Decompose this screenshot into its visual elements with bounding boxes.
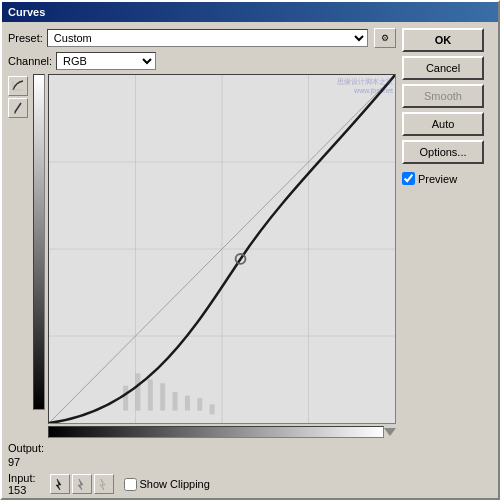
- preview-checkbox[interactable]: [402, 172, 415, 185]
- preset-row: Preset: Custom Default Strong Contrast M…: [8, 28, 396, 48]
- gray-point-eyedropper[interactable]: [72, 474, 92, 494]
- svg-line-2: [15, 103, 21, 112]
- white-point-eyedropper[interactable]: [94, 474, 114, 494]
- input-value: 153: [8, 484, 36, 496]
- pconline-watermark: PC online教程网: [402, 477, 492, 500]
- output-label: Output:: [8, 442, 44, 454]
- svg-rect-19: [197, 398, 202, 410]
- gradient-triangle: [384, 428, 396, 436]
- svg-rect-13: [123, 386, 128, 411]
- title-bar: Curves: [2, 2, 498, 22]
- ok-button[interactable]: OK: [402, 28, 484, 52]
- svg-rect-17: [173, 392, 178, 411]
- options-button[interactable]: Options...: [402, 140, 484, 164]
- settings-button[interactable]: ⚙: [374, 28, 396, 48]
- auto-button[interactable]: Auto: [402, 112, 484, 136]
- show-clipping-row: Show Clipping: [124, 478, 210, 491]
- channel-label: Channel:: [8, 55, 52, 67]
- cancel-button[interactable]: Cancel: [402, 56, 484, 80]
- input-label: Input:: [8, 472, 36, 484]
- show-clipping-checkbox[interactable]: [124, 478, 137, 491]
- curve-tool-button[interactable]: [8, 76, 28, 96]
- curves-dialog: Curves Preset: Custom Default Strong Con…: [0, 0, 500, 500]
- preview-row: Preview: [402, 172, 492, 185]
- svg-marker-3: [14, 112, 16, 114]
- curve-graph[interactable]: 思缘设计脚本之家www.jbsl.net: [48, 74, 396, 424]
- black-point-eyedropper[interactable]: [50, 474, 70, 494]
- input-area: Input: 153: [8, 472, 36, 496]
- channel-row: Channel: RGB Red Green Blue: [8, 52, 396, 70]
- preview-label: Preview: [418, 173, 457, 185]
- output-value: 97: [8, 456, 44, 468]
- svg-rect-15: [148, 380, 153, 411]
- smooth-button[interactable]: Smooth: [402, 84, 484, 108]
- vertical-gradient: [33, 74, 45, 410]
- svg-rect-14: [136, 373, 141, 410]
- dialog-title: Curves: [8, 6, 45, 18]
- channel-select[interactable]: RGB Red Green Blue: [56, 52, 156, 70]
- left-panel: Preset: Custom Default Strong Contrast M…: [8, 28, 396, 500]
- show-clipping-label: Show Clipping: [140, 478, 210, 490]
- svg-rect-20: [210, 404, 215, 414]
- right-panel: OK Cancel Smooth Auto Options... Preview…: [402, 28, 492, 500]
- preset-select[interactable]: Custom Default Strong Contrast Medium Co…: [47, 29, 368, 47]
- horizontal-gradient: [48, 426, 384, 438]
- output-row: Output: 97: [8, 442, 396, 468]
- svg-rect-16: [160, 383, 165, 410]
- pencil-tool-button[interactable]: [8, 98, 28, 118]
- preset-label: Preset:: [8, 32, 43, 44]
- svg-rect-18: [185, 396, 190, 411]
